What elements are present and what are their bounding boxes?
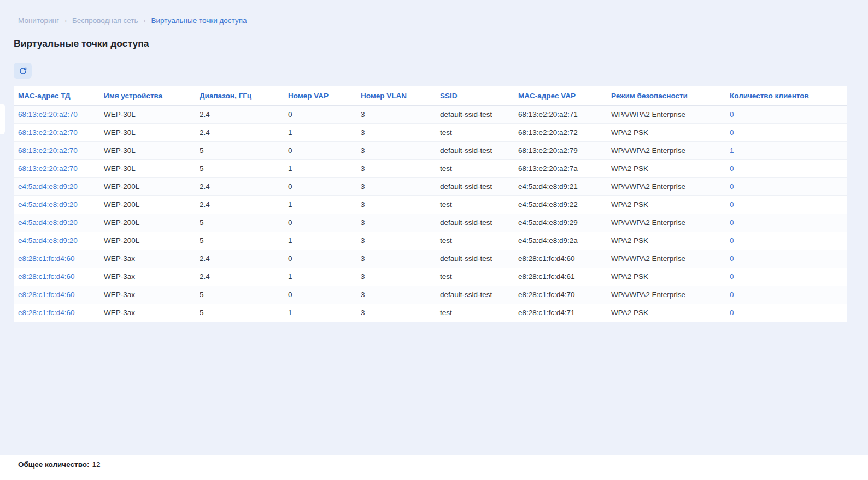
table-cell: 0 [725,304,847,322]
client-count-link[interactable]: 0 [730,291,734,299]
column-header: Номер VLAN [356,86,436,105]
table-cell: WPA/WPA2 Enterprise [607,177,725,195]
chevron-right-icon: › [143,17,145,25]
column-header: Диапазон, ГГц [195,86,284,105]
column-header: Режим безопасности [607,86,725,105]
table-row: e8:28:c1:fc:d4:60WEP-3ax2.403default-ssi… [14,250,847,268]
table-cell: WEP-3ax [99,250,195,268]
table-cell: 3 [356,268,436,286]
table-cell: WEP-30L [99,141,195,159]
client-count-link[interactable]: 0 [730,254,734,263]
table-cell: 5 [195,141,284,159]
table-cell: 68:13:e2:20:a2:7a [514,159,607,177]
ap-mac-link[interactable]: 68:13:e2:20:a2:70 [18,164,78,173]
table-cell: 1 [725,141,847,159]
ap-mac-link[interactable]: e8:28:c1:fc:d4:60 [18,309,75,317]
ap-mac-link[interactable]: e8:28:c1:fc:d4:60 [18,254,75,263]
table-row: e4:5a:d4:e8:d9:20WEP-200L503default-ssid… [14,214,847,232]
table-cell: WPA/WPA2 Enterprise [607,214,725,232]
total-count-value: 12 [92,460,101,469]
table-cell: e4:5a:d4:e8:d9:2a [514,232,607,250]
table-row: 68:13:e2:20:a2:70WEP-30L503default-ssid-… [14,141,847,159]
table-row: e4:5a:d4:e8:d9:20WEP-200L2.403default-ss… [14,177,847,195]
table-row: e4:5a:d4:e8:d9:20WEP-200L2.413teste4:5a:… [14,195,847,214]
ap-mac-link[interactable]: e4:5a:d4:e8:d9:20 [18,236,78,245]
sidebar-handle[interactable] [0,104,5,134]
table-cell: WEP-3ax [99,268,195,286]
chevron-right-icon: › [64,17,67,25]
client-count-link[interactable]: 1 [730,146,734,155]
table-row: e4:5a:d4:e8:d9:20WEP-200L513teste4:5a:d4… [14,232,847,250]
table-cell: test [436,304,514,322]
client-count-link[interactable]: 0 [730,110,734,118]
client-count-link[interactable]: 0 [730,272,734,281]
table-cell: 3 [356,195,436,214]
table-cell: 2.4 [195,177,284,195]
table-cell: WPA2 PSK [607,268,725,286]
ap-mac-link[interactable]: e4:5a:d4:e8:d9:20 [18,182,78,191]
table-cell: 3 [356,159,436,177]
table-cell: 3 [356,141,436,159]
table-cell: e8:28:c1:fc:d4:61 [514,268,607,286]
table-cell: 68:13:e2:20:a2:72 [514,123,607,141]
table-cell: e8:28:c1:fc:d4:60 [14,304,99,322]
client-count-link[interactable]: 0 [730,128,734,137]
page-title: Виртуальные точки доступа [14,38,868,50]
table-cell: 0 [284,105,356,123]
table-cell: 1 [284,304,356,322]
toolbar [14,63,868,79]
table-cell: e4:5a:d4:e8:d9:20 [14,177,99,195]
table-cell: 68:13:e2:20:a2:70 [14,105,99,123]
client-count-link[interactable]: 0 [730,200,734,209]
table-cell: 0 [725,159,847,177]
table-cell: WPA/WPA2 Enterprise [607,141,725,159]
table-cell: 5 [195,286,284,304]
table-cell: test [436,159,514,177]
ap-mac-link[interactable]: 68:13:e2:20:a2:70 [18,146,78,155]
ap-mac-link[interactable]: e8:28:c1:fc:d4:60 [18,291,75,299]
client-count-link[interactable]: 0 [730,182,734,191]
table-cell: test [436,123,514,141]
table-cell: 1 [284,195,356,214]
ap-mac-link[interactable]: e8:28:c1:fc:d4:60 [18,272,75,281]
client-count-link[interactable]: 0 [730,164,734,173]
table-cell: WPA2 PSK [607,304,725,322]
client-count-link[interactable]: 0 [730,218,734,227]
table-cell: 0 [284,286,356,304]
table-cell: test [436,232,514,250]
table-cell: 0 [725,214,847,232]
ap-mac-link[interactable]: 68:13:e2:20:a2:70 [18,110,78,118]
table-cell: 0 [725,105,847,123]
table-cell: 0 [725,123,847,141]
breadcrumb-item-wireless[interactable]: Беспроводная сеть [72,16,138,25]
client-count-link[interactable]: 0 [730,236,734,245]
table-cell: 2.4 [195,250,284,268]
table-cell: 68:13:e2:20:a2:70 [14,141,99,159]
table-cell: 68:13:e2:20:a2:70 [14,159,99,177]
table-cell: WPA/WPA2 Enterprise [607,105,725,123]
table-cell: 2.4 [195,105,284,123]
table-cell: e4:5a:d4:e8:d9:29 [514,214,607,232]
table-cell: 3 [356,123,436,141]
table-cell: 3 [356,250,436,268]
table-cell: e8:28:c1:fc:d4:60 [14,286,99,304]
column-header: Имя устройства [99,86,195,105]
table-cell: 2.4 [195,268,284,286]
table-cell: 1 [284,123,356,141]
total-count-label: Общее количество: [18,460,90,469]
table-cell: WEP-3ax [99,286,195,304]
client-count-link[interactable]: 0 [730,309,734,317]
ap-mac-link[interactable]: e4:5a:d4:e8:d9:20 [18,218,78,227]
table-cell: WPA2 PSK [607,123,725,141]
table-cell: 1 [284,268,356,286]
breadcrumb-item-monitoring[interactable]: Мониторинг [18,16,59,25]
table-cell: WEP-200L [99,195,195,214]
ap-mac-link[interactable]: 68:13:e2:20:a2:70 [18,128,78,137]
table-cell: 3 [356,177,436,195]
refresh-button[interactable] [14,63,32,79]
table-cell: 3 [356,304,436,322]
table-cell: default-ssid-test [436,177,514,195]
ap-mac-link[interactable]: e4:5a:d4:e8:d9:20 [18,200,78,209]
table-cell: 5 [195,214,284,232]
breadcrumb-item-current: Виртуальные точки доступа [151,16,247,25]
